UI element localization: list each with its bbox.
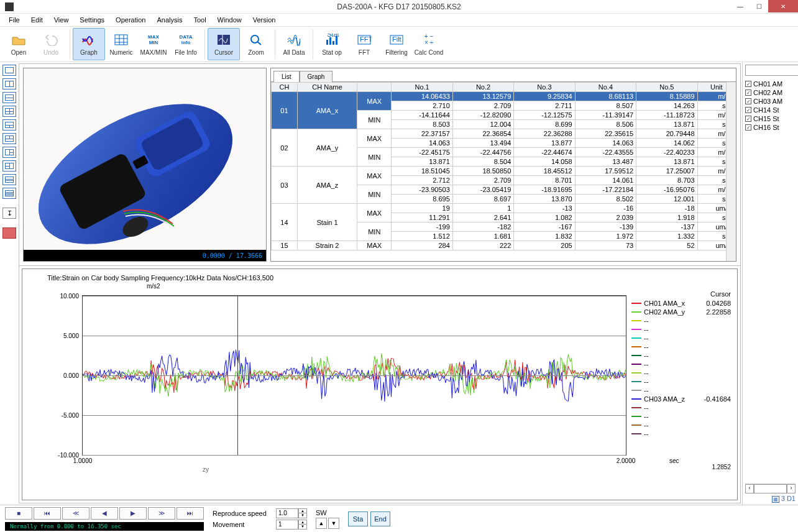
movement-stepper[interactable]: ▲▼ [298, 520, 307, 530]
step-back-button[interactable]: ◀ [91, 507, 118, 520]
svg-rect-11 [332, 41, 334, 45]
undo-icon [42, 32, 60, 47]
menu-settings[interactable]: Settings [75, 15, 109, 25]
legend-row: -- [631, 360, 731, 369]
tab-graph[interactable]: Graph [300, 71, 333, 82]
data-table-wrap[interactable]: CHCH NameNo.1No.2No.3No.4No.5Unit01AMA_x… [271, 82, 736, 261]
skip-end-button[interactable]: ⏭ [177, 507, 204, 520]
mark-end-button[interactable]: End [370, 511, 390, 526]
menu-edit[interactable]: Edit [26, 15, 48, 25]
playback-bar: ■ ⏮ ≪ ◀ ▶ ≫ ⏭ Normally from 0.000 to 16.… [0, 505, 798, 532]
zoom-button[interactable]: Zoom [240, 28, 272, 60]
maximize-button[interactable]: ☐ [750, 0, 768, 12]
maxmin-button[interactable]: MAXMINMAX/MIN [137, 28, 170, 60]
sw-down-button[interactable]: ▼ [328, 518, 339, 529]
rewind-button[interactable]: ≪ [62, 507, 89, 520]
numeric-button[interactable]: Numeric [105, 28, 137, 60]
channel-hscroll[interactable]: ‹ › [745, 484, 796, 493]
layout-1x4-button[interactable] [2, 188, 16, 199]
numeric-icon [112, 32, 130, 47]
filtering-button[interactable]: FiltFiltering [380, 28, 413, 60]
play-button[interactable]: ▶ [119, 507, 147, 520]
sw-up-button[interactable]: ▲ [316, 518, 327, 529]
channel-item[interactable]: ✓CH16 St [745, 123, 796, 132]
speed-stepper[interactable]: ▲▼ [298, 508, 307, 518]
menu-tool[interactable]: Tool [188, 15, 211, 25]
layout-extra-b-button[interactable] [2, 227, 16, 239]
fast-forward-button[interactable]: ≫ [148, 507, 175, 520]
xunit: sec [669, 457, 679, 464]
layout-3d-button[interactable] [2, 160, 16, 172]
tool-label: Undo [44, 49, 58, 56]
legend-row: -- [631, 334, 731, 342]
scroll-left-icon[interactable]: ‹ [745, 484, 754, 493]
open-button[interactable]: Open [2, 28, 35, 60]
stop-button[interactable]: ■ [5, 507, 32, 520]
movement-label: Movement [213, 521, 272, 528]
plot-cursor-line[interactable] [237, 296, 238, 455]
menu-bar: FileEditViewSettingsOperationAnalysisToo… [0, 14, 798, 26]
speed-input[interactable] [276, 508, 298, 518]
legend-row: -- [631, 403, 731, 412]
legend-row: CH03 AMA_z-0.41684 [631, 395, 731, 403]
graph-button[interactable]: Graph [73, 28, 105, 60]
legend-row: -- [631, 342, 731, 351]
toolbar: OpenUndoGraphNumericMAXMINMAX/MINDATAinf… [0, 26, 798, 62]
skip-start-button[interactable]: ⏮ [34, 507, 61, 520]
calccond-button[interactable]: + −× ÷Calc Cond [413, 28, 445, 60]
layout-2x1-button[interactable] [2, 78, 16, 89]
cursor-button[interactable]: Cursor [208, 28, 240, 60]
mark-start-button[interactable]: Sta [348, 511, 368, 526]
layout-2x2-button[interactable] [2, 106, 16, 117]
channel-item[interactable]: ✓CH01 AM [745, 80, 796, 88]
scroll-right-icon[interactable]: › [787, 484, 796, 493]
close-button[interactable]: ✕ [768, 0, 798, 12]
layout-3c-button[interactable] [2, 147, 16, 158]
menu-analysis[interactable]: Analysis [152, 15, 187, 25]
channel-item[interactable]: ✓CH15 St [745, 114, 796, 123]
menu-file[interactable]: File [4, 15, 25, 25]
table-vscroll[interactable] [726, 82, 736, 261]
statop-button[interactable]: StatsStat op [316, 28, 348, 60]
tool-label: Graph [80, 49, 98, 56]
layout-3a-button[interactable] [2, 119, 16, 131]
menu-operation[interactable]: Operation [111, 15, 150, 25]
layout-1x1-button[interactable] [2, 65, 16, 76]
channel-search-input[interactable] [745, 65, 798, 76]
checkbox-icon[interactable]: ✓ [745, 89, 751, 96]
checkbox-icon[interactable]: ✓ [745, 107, 751, 113]
minimize-button[interactable]: — [731, 0, 750, 12]
layout-extra-a-button[interactable]: ↧ [2, 208, 16, 219]
zoom-icon [247, 32, 265, 47]
graph-pane[interactable]: Title:Strain on Car body Sampling Freque… [22, 268, 738, 500]
menu-view[interactable]: View [49, 15, 74, 25]
layout-1x3-button[interactable] [2, 174, 16, 185]
fft-button[interactable]: FFTFFT [348, 28, 380, 60]
fft-icon: FFT [355, 32, 373, 47]
checkbox-icon[interactable]: ✓ [745, 116, 751, 122]
graph-legend: Cursor CH01 AMA_x0.04268CH02 AMA_y2.2285… [631, 290, 731, 438]
channel-footer: ▦ 3 D1 [745, 495, 796, 502]
movement-input[interactable] [276, 520, 298, 530]
alldata-button[interactable]: All Data [278, 28, 310, 60]
checkbox-icon[interactable]: ✓ [745, 124, 751, 131]
channel-item[interactable]: ✓CH14 St [745, 106, 796, 114]
plot-rect[interactable]: 10.000 5.000 0.000 -5.000 -10.000 1.0000… [82, 295, 626, 456]
fileinfo-button[interactable]: DATAinfoFile Info [170, 28, 202, 60]
tab-list[interactable]: List [273, 71, 300, 82]
tool-label: Calc Cond [415, 49, 444, 56]
video-frame-pane[interactable]: 0.0000 / 17.3666 [23, 68, 267, 262]
maxmin-icon: MAXMIN [145, 32, 162, 47]
channel-item[interactable]: ✓CH03 AM [745, 97, 796, 106]
channel-item[interactable]: ✓CH02 AM [745, 88, 796, 97]
legend-row: -- [631, 377, 731, 386]
layout-1x2-button[interactable] [2, 92, 16, 103]
checkbox-icon[interactable]: ✓ [745, 98, 751, 104]
layout-3b-button[interactable] [2, 133, 16, 144]
undo-button: Undo [35, 28, 67, 60]
menu-window[interactable]: Window [213, 15, 247, 25]
calccond-icon: + −× ÷ [420, 32, 438, 47]
checkbox-icon[interactable]: ✓ [745, 81, 751, 87]
graph-body: 10.000 5.000 0.000 -5.000 -10.000 1.0000… [47, 284, 732, 470]
menu-version[interactable]: Version [248, 15, 281, 25]
